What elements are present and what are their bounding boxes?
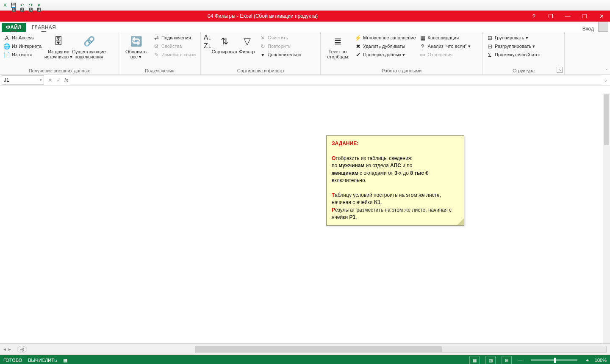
data-validation-button[interactable]: ✔Проверка данных ▾ (354, 51, 417, 58)
existing-connections-button[interactable]: 🔗Существующие подключения (75, 33, 103, 59)
reapply-button: ↻Повторить (258, 42, 302, 50)
ribbon-tabs: ФАЙЛФ ГЛАВНАЯЯ Вход (0, 22, 610, 32)
horizontal-scrollbar[interactable] (195, 346, 607, 353)
comment-note: ЗАДАНИЕ: Отобразить из таблицы сведения:… (326, 135, 464, 226)
view-layout-icon[interactable]: ▥ (485, 356, 496, 364)
subtotal-button[interactable]: ΣПромежуточный итог (485, 51, 541, 58)
status-calc[interactable]: ВЫЧИСЛИТЬ (28, 358, 57, 363)
view-pagebreak-icon[interactable]: ⊞ (502, 356, 512, 364)
filter-button[interactable]: ▽Фильтр (237, 33, 257, 54)
edit-links-button: ✎Изменить связи (152, 51, 197, 58)
dialog-launcher-icon[interactable]: ↘ (557, 67, 563, 73)
database-icon: 🗄 (52, 35, 65, 48)
zoom-slider[interactable] (531, 359, 577, 361)
qat-excel-icon[interactable]: X (2, 2, 8, 8)
vertical-scrollbar[interactable] (603, 94, 610, 343)
edit-icon: ✎ (153, 51, 160, 58)
group-label: Структура (485, 67, 562, 74)
web-icon: 🌐 (3, 43, 10, 50)
whatif-icon: ? (419, 43, 426, 50)
sign-in-link[interactable]: Вход (580, 26, 596, 32)
collapse-ribbon-icon[interactable]: ˆ (606, 69, 607, 74)
expand-formula-icon[interactable]: ⌄ (602, 77, 610, 83)
check-icon: ✔ (355, 51, 361, 58)
qat-save-icon[interactable]: 💾1 (10, 2, 17, 8)
ribbon-options-button[interactable]: ❐ (542, 13, 559, 19)
text-icon: 📄 (3, 51, 10, 58)
from-web-button[interactable]: 🌐Из Интернета (3, 42, 42, 50)
what-if-button[interactable]: ?Анализ "что если" ▾ (419, 42, 471, 50)
funnel-icon: ▽ (240, 35, 254, 48)
avatar-icon[interactable] (598, 22, 608, 32)
sort-desc-icon: Z↓ (204, 43, 211, 50)
gear-icon: ⚙ (153, 43, 160, 50)
from-text-button[interactable]: 📄Из текста (3, 51, 42, 58)
other-sources-button[interactable]: 🗄Из других источников ▾ (44, 33, 73, 60)
sort-desc-button[interactable]: Z↓ (203, 42, 212, 50)
tab-главная[interactable]: ГЛАВНАЯЯ (28, 23, 60, 32)
advanced-icon: ▾ (259, 51, 266, 58)
link-icon: 🔗 (82, 35, 96, 48)
flash-fill-button[interactable]: ⚡Мгновенное заполнение (354, 34, 417, 41)
consolidate-button[interactable]: ▦Консолидация (419, 34, 471, 41)
minimize-button[interactable]: — (559, 13, 576, 19)
help-button[interactable]: ? (525, 13, 542, 19)
consolidate-icon: ▦ (419, 34, 426, 41)
status-ready: ГОТОВО (3, 358, 22, 363)
note-title: ЗАДАНИЕ: (332, 140, 459, 147)
scrollbar-thumb[interactable] (604, 94, 609, 145)
connections-icon: ⇄ (153, 34, 160, 41)
quick-access-toolbar: X 💾1 ↶2 ↷3 ▾4 (0, 0, 610, 11)
title-bar: 04 Фильтры - Excel (Сбой активации проду… (0, 11, 610, 22)
enter-formula-icon: ✓ (54, 77, 63, 83)
group-label: Подключения (122, 67, 198, 74)
nav-next-icon[interactable]: ▸ (8, 346, 11, 352)
formula-input[interactable] (70, 75, 602, 85)
scrollbar-thumb[interactable] (195, 346, 442, 352)
reapply-icon: ↻ (259, 43, 266, 50)
name-box[interactable]: J1▾ (2, 75, 44, 85)
from-access-button[interactable]: AИз Access (3, 34, 42, 41)
ungroup-button[interactable]: ⊟Разгруппировать ▾ (485, 42, 541, 50)
refresh-icon: 🔄 (129, 35, 143, 48)
cancel-formula-icon: ✕ (46, 77, 54, 83)
sort-button[interactable]: ⇅Сортировка (214, 33, 236, 54)
worksheet-grid[interactable]: ЗАДАНИЕ: Отобразить из таблицы сведения:… (0, 85, 610, 343)
chevron-down-icon[interactable]: ▾ (40, 78, 42, 82)
qat-undo-icon[interactable]: ↶2 (19, 2, 25, 8)
group-button[interactable]: ⊞Группировать ▾ (485, 34, 541, 41)
sheet-tab-bar: ◂▸ ⊕ (0, 343, 610, 355)
clear-icon: ✕ (259, 34, 266, 41)
properties-button: ⚙Свойства (152, 42, 197, 50)
macro-record-icon[interactable]: ▦ (63, 358, 67, 363)
ribbon: AИз Access 🌐Из Интернета 📄Из текста 🗄Из … (0, 32, 610, 75)
relations-icon: ⊶ (419, 51, 426, 58)
advanced-filter-button[interactable]: ▾Дополнительно (258, 51, 302, 58)
qat-redo-icon[interactable]: ↷3 (27, 2, 34, 8)
tab-file[interactable]: ФАЙЛФ (2, 23, 26, 32)
qat-custom-icon[interactable]: ▾4 (36, 2, 42, 8)
zoom-out-button[interactable]: — (518, 358, 522, 363)
connections-button[interactable]: ⇄Подключения (152, 34, 197, 41)
nav-prev-icon[interactable]: ◂ (3, 346, 6, 352)
text-to-columns-button[interactable]: ≣Текст по столбцам (323, 33, 352, 59)
subtotal-icon: Σ (486, 51, 493, 58)
sort-icon: ⇅ (218, 35, 231, 48)
view-normal-icon[interactable]: ▦ (469, 356, 480, 364)
zoom-level[interactable]: 100% (595, 358, 607, 363)
group-icon: ⊞ (486, 34, 493, 41)
status-bar: ГОТОВО ВЫЧИСЛИТЬ ▦ ▦ ▥ ⊞ — + 100% (0, 355, 610, 364)
sort-asc-button[interactable]: A↓ (203, 34, 212, 41)
zoom-in-button[interactable]: + (586, 358, 588, 363)
refresh-all-button[interactable]: 🔄Обновить все ▾ (122, 33, 150, 60)
fx-icon[interactable]: fx (63, 77, 70, 83)
remove-dup-icon: ✖ (355, 43, 361, 50)
maximize-button[interactable]: ☐ (576, 13, 593, 19)
group-label: Получение внешних данных (3, 67, 116, 74)
sheet-nav[interactable]: ◂▸ (0, 346, 14, 352)
new-sheet-button[interactable]: ⊕ (17, 346, 27, 353)
close-button[interactable]: ✕ (593, 13, 610, 19)
remove-duplicates-button[interactable]: ✖Удалить дубликаты (354, 42, 417, 50)
slider-handle[interactable] (554, 358, 556, 363)
columns-icon: ≣ (331, 35, 344, 48)
